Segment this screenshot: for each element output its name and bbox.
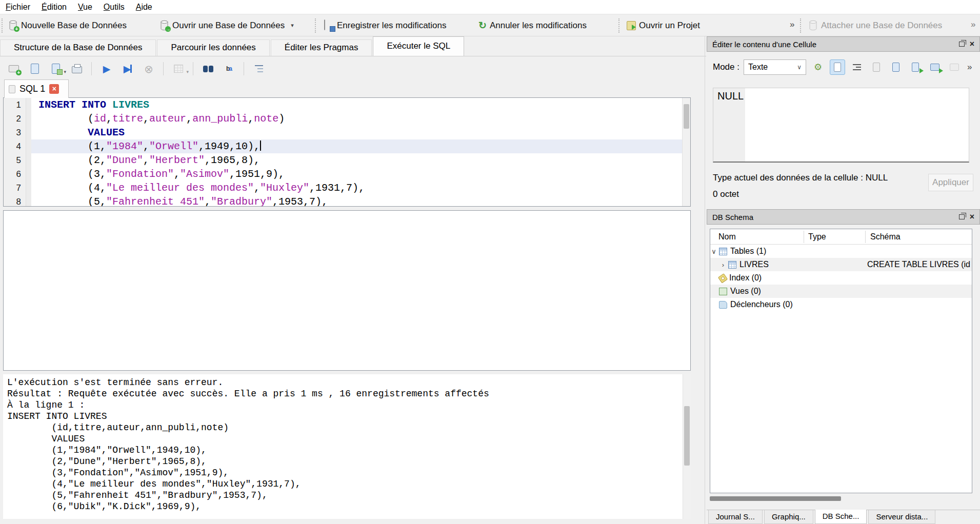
menu-bar: Fichier Édition Vue Outils Aide <box>0 0 980 14</box>
cell-value-input[interactable] <box>745 88 969 162</box>
line-number-gutter: 1 2 3 4 5 6 7 8 <box>4 98 26 206</box>
save-cell-button[interactable] <box>869 59 884 75</box>
code-line: (3,"Fondation","Asimov",1951,9), <box>31 167 682 181</box>
menu-outils[interactable]: Outils <box>98 0 130 14</box>
cell-toolbar-overflow-icon[interactable]: » <box>967 62 972 72</box>
dock-tab-graphique[interactable]: Graphiq... <box>764 510 813 524</box>
cell-mode-row: Mode : Texte ∨ ⚙ » <box>713 59 972 75</box>
dock-tab-journal[interactable]: Journal S... <box>708 510 763 524</box>
cell-value-editor[interactable]: NULL <box>713 88 969 163</box>
tree-row-vues[interactable]: Vues (0) <box>710 285 972 298</box>
export-cell-button[interactable] <box>927 59 943 75</box>
revert-changes-button[interactable]: ↻ Annuler les modifications <box>474 17 591 34</box>
execute-icon: ▶ <box>103 64 111 74</box>
cell-size-info: 0 octet <box>713 189 739 199</box>
log-scrollbar-thumb[interactable] <box>684 406 690 466</box>
menu-edition[interactable]: Édition <box>36 0 72 14</box>
tree-row-livres[interactable]: › LIVRES CREATE TABLE LIVRES (id IN <box>710 258 972 271</box>
import-cell-button[interactable] <box>908 59 923 75</box>
open-sql-file-icon <box>31 64 39 74</box>
dock-tab-serveur-distant[interactable]: Serveur dista... <box>868 510 935 524</box>
close-panel-icon[interactable]: × <box>970 41 974 48</box>
word-wrap-icon <box>853 64 861 70</box>
execution-log-pane[interactable]: L'exécution s'est terminée sans erreur.R… <box>3 374 691 519</box>
log-vertical-scrollbar[interactable] <box>683 374 691 519</box>
float-panel-icon[interactable] <box>959 42 965 47</box>
gear-icon: ⚙ <box>814 62 822 73</box>
text-cursor <box>260 140 261 151</box>
toolbar-overflow-icon[interactable]: » <box>790 19 794 30</box>
close-tab-icon[interactable]: × <box>49 84 59 94</box>
find-icon <box>203 66 213 72</box>
tree-horizontal-scrollbar[interactable] <box>710 495 972 502</box>
toolbar-overflow-icon[interactable]: » <box>971 19 975 30</box>
save-results-button[interactable]: ▾ <box>172 62 185 75</box>
mode-combobox[interactable]: Texte ∨ <box>744 59 806 75</box>
toolbar-separator <box>618 18 620 33</box>
menu-aide[interactable]: Aide <box>130 0 158 14</box>
editor-scrollbar-thumb[interactable] <box>684 104 689 129</box>
open-sql-file-button[interactable] <box>28 62 42 75</box>
word-wrap-button[interactable] <box>849 59 865 75</box>
tab-browse[interactable]: Parcourir les données <box>157 39 269 56</box>
code-line: INSERT INTO LIVRES <box>31 98 682 112</box>
tab-pragmas[interactable]: Éditer les Pragmas <box>271 39 372 56</box>
format-sql-button[interactable] <box>252 62 266 75</box>
close-panel-icon[interactable]: × <box>970 213 974 220</box>
execute-sql-button[interactable]: ▶ <box>100 62 113 75</box>
replace-button[interactable]: b a <box>223 62 236 75</box>
sql-code-area[interactable]: INSERT INTO LIVRES (id,titre,auteur,ann_… <box>31 98 682 206</box>
menu-fichier[interactable]: Fichier <box>0 0 36 14</box>
save-results-icon <box>174 65 183 73</box>
execute-to-cursor-button[interactable]: ▶ <box>121 62 134 75</box>
sql-tab-label: SQL 1 <box>19 84 45 94</box>
sql-editor-tab[interactable]: SQL 1 × <box>4 79 69 98</box>
text-mode-button[interactable] <box>830 59 845 75</box>
print-button[interactable] <box>70 62 84 75</box>
editor-vertical-scrollbar[interactable] <box>682 98 690 206</box>
db-schema-tree: Nom Type Schéma ∨ Tables (1) › LIVRES CR… <box>710 229 972 493</box>
results-grid[interactable] <box>3 210 691 371</box>
sql-toolbar: + ▾ ▶ ▶ ⊗ ▾ b a <box>0 58 706 79</box>
tree-row-declencheurs[interactable]: Déclencheurs (0) <box>710 298 972 311</box>
collapse-chevron-icon[interactable]: › <box>719 261 727 269</box>
apply-button[interactable]: Appliquer <box>928 174 973 191</box>
float-panel-icon[interactable] <box>959 214 965 219</box>
database-new-icon: + <box>8 20 18 31</box>
execution-log-text: L'exécution s'est terminée sans erreur.R… <box>3 374 683 519</box>
tab-structure[interactable]: Structure de la Base de Données <box>0 39 156 56</box>
open-external-button[interactable] <box>947 59 962 75</box>
save-cell-icon <box>873 63 880 72</box>
column-header-nom[interactable]: Nom <box>718 229 736 245</box>
attach-database-button[interactable]: Attacher une Base de Données <box>804 17 946 34</box>
tree-row-index[interactable]: Index (0) <box>710 271 972 285</box>
main-toolbar: + Nouvelle Base de Données → Ouvrir une … <box>0 14 980 36</box>
database-open-icon: → <box>159 20 169 31</box>
dock-splitter[interactable] <box>705 36 705 524</box>
copy-cell-button[interactable] <box>888 59 904 75</box>
new-sql-tab-button[interactable]: + <box>7 62 21 75</box>
menu-vue[interactable]: Vue <box>72 0 98 14</box>
stop-execution-button[interactable]: ⊗ <box>142 62 155 75</box>
code-line: VALUES <box>31 126 682 139</box>
find-button[interactable] <box>202 62 215 75</box>
project-icon <box>627 21 636 30</box>
column-header-type[interactable]: Type <box>808 229 826 245</box>
column-header-schema[interactable]: Schéma <box>870 229 901 245</box>
save-sql-file-button[interactable]: ▾ <box>49 62 63 75</box>
tree-row-tables[interactable]: ∨ Tables (1) <box>710 245 972 258</box>
new-database-button[interactable]: + Nouvelle Base de Données <box>4 17 131 34</box>
export-cell-icon <box>930 64 939 71</box>
open-database-dropdown-icon[interactable]: ▾ <box>291 22 294 29</box>
dock-tab-db-schema[interactable]: DB Sche... <box>815 510 867 524</box>
toolbar-handle <box>2 18 3 33</box>
app-window: Fichier Édition Vue Outils Aide + Nouvel… <box>0 0 980 524</box>
expand-chevron-icon[interactable]: ∨ <box>710 248 717 255</box>
tab-execute-sql[interactable]: Exécuter le SQL <box>373 36 464 56</box>
cell-settings-button[interactable]: ⚙ <box>810 59 826 75</box>
save-changes-button[interactable]: Enregistrer les modifications <box>320 17 451 34</box>
open-project-button[interactable]: Ouvrir un Projet <box>623 17 704 34</box>
open-database-button[interactable]: → Ouvrir une Base de Données ▾ <box>155 17 298 34</box>
tree-scrollbar-thumb[interactable] <box>710 496 841 501</box>
revert-icon: ↻ <box>478 21 487 30</box>
